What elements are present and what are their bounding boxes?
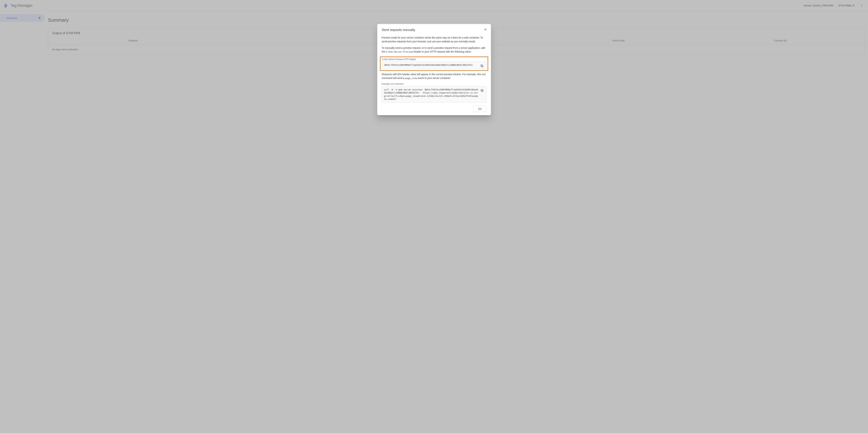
modal-overlay: Send requests manually Preview mode for … — [0, 0, 868, 11]
